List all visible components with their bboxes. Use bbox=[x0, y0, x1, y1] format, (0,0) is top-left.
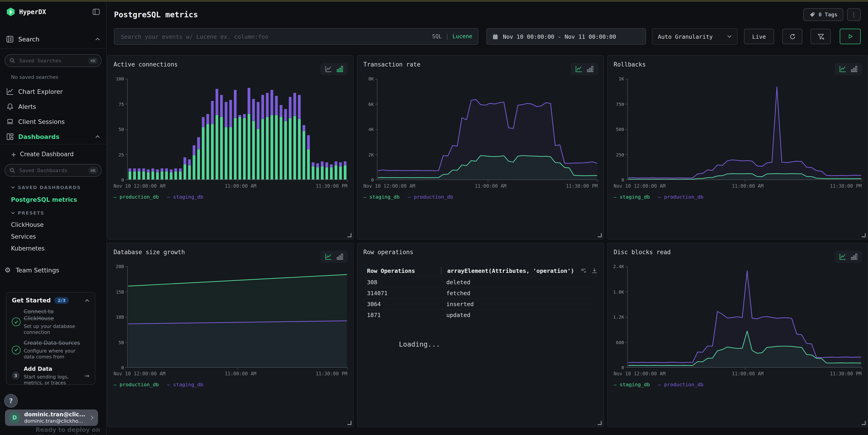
live-button[interactable]: Live bbox=[744, 29, 774, 44]
table-body: 308deleted314071fetched3064inserted1871u… bbox=[363, 276, 598, 320]
panel-transaction-rate: Transaction rate 02K4K6K8K Nov 10 12:00:… bbox=[357, 55, 604, 240]
legend-item[interactable]: — production_db bbox=[114, 194, 159, 200]
bar-chart-icon[interactable] bbox=[336, 253, 343, 260]
table-settings-icon[interactable] bbox=[580, 267, 587, 274]
filter-button[interactable] bbox=[811, 29, 831, 44]
download-icon[interactable] bbox=[591, 267, 598, 274]
legend-item[interactable]: — production_db bbox=[408, 194, 453, 200]
chart-type-toggle bbox=[835, 63, 862, 75]
tags-button[interactable]: 0 Tags bbox=[804, 8, 843, 21]
line-chart-icon[interactable] bbox=[839, 253, 846, 260]
resize-handle[interactable] bbox=[347, 233, 351, 237]
line-chart-icon[interactable] bbox=[325, 253, 332, 260]
presets-group[interactable]: PRESETS bbox=[11, 210, 106, 215]
step-number-badge: 3 bbox=[12, 372, 20, 379]
table-row[interactable]: 3064inserted bbox=[363, 298, 598, 309]
legend-item[interactable]: — staging_db bbox=[167, 194, 203, 200]
bar-chart-icon[interactable] bbox=[851, 66, 858, 72]
sql-mode-toggle[interactable]: SQL bbox=[432, 33, 442, 40]
panel-title: Disc blocks read bbox=[614, 249, 862, 256]
lucene-mode-toggle[interactable]: Lucene bbox=[453, 33, 472, 40]
y-axis-label: 5B bbox=[119, 340, 124, 345]
sidebar-item-clickhouse[interactable]: ClickHouse bbox=[11, 221, 106, 228]
y-axis-label: 1K bbox=[619, 76, 624, 81]
arrow-right-icon: → bbox=[84, 372, 89, 379]
run-query-button[interactable] bbox=[840, 29, 861, 44]
axis-tick bbox=[862, 180, 862, 182]
event-search-box[interactable]: SQL | Lucene bbox=[114, 28, 478, 45]
sidebar-collapse-icon[interactable] bbox=[93, 9, 100, 15]
gear-icon: ⚙ bbox=[5, 267, 11, 273]
get-started-step-connect[interactable]: Connect to ClickHouse Set up your databa… bbox=[12, 308, 89, 335]
legend-item[interactable]: — staging_db bbox=[167, 382, 203, 388]
line-chart-icon[interactable] bbox=[575, 66, 582, 72]
panel-menu-button[interactable]: ⋮ bbox=[847, 8, 861, 21]
line-chart-icon[interactable] bbox=[839, 66, 846, 72]
get-started-step-add-data[interactable]: 3 Add Data Start sending logs, metrics, … bbox=[12, 366, 89, 386]
legend-item[interactable]: — staging_db bbox=[614, 194, 650, 200]
chart-legend: — production_db— staging_db bbox=[114, 382, 347, 388]
create-dashboard-button[interactable]: + Create Dashboard bbox=[11, 151, 106, 158]
resize-handle[interactable] bbox=[347, 421, 351, 425]
granularity-select[interactable]: Auto Granularity bbox=[652, 28, 738, 45]
bar-chart-icon[interactable] bbox=[336, 66, 343, 72]
sidebar-item-alerts[interactable]: Alerts bbox=[6, 103, 100, 110]
legend-item[interactable]: — production_db bbox=[658, 382, 704, 388]
resize-handle[interactable] bbox=[862, 233, 866, 237]
legend-item[interactable]: — staging_db bbox=[363, 194, 400, 200]
y-axis-label: 1.8K bbox=[613, 289, 624, 294]
chevron-up-icon[interactable] bbox=[95, 38, 100, 40]
sidebar-item-search[interactable]: Search bbox=[6, 36, 100, 43]
time-range-picker[interactable]: Nov 10 00:00:00 - Nov 11 00:00:00 bbox=[487, 28, 646, 45]
chart-plot[interactable] bbox=[627, 79, 862, 180]
saved-dashboards-group[interactable]: SAVED DASHBOARDS bbox=[11, 185, 106, 190]
chevron-up-icon[interactable] bbox=[95, 135, 100, 138]
legend-item[interactable]: — production_db bbox=[114, 382, 159, 388]
sidebar-item-postgresql-metrics[interactable]: PostgreSQL metrics bbox=[11, 196, 106, 203]
sidebar-item-kubernetes[interactable]: Kubernetes bbox=[11, 245, 106, 252]
table-cell: 3064 bbox=[363, 301, 441, 307]
event-search-input[interactable] bbox=[120, 33, 432, 40]
chevron-up-icon[interactable] bbox=[85, 299, 89, 302]
sidebar-item-dashboards[interactable]: Dashboards bbox=[6, 133, 100, 140]
axis-tick bbox=[862, 368, 862, 369]
saved-dashboards-input[interactable]: ⌘K bbox=[5, 164, 102, 177]
chart-plot[interactable] bbox=[127, 79, 347, 180]
table-column-header[interactable]: arrayElement(Attributes, 'operation') bbox=[441, 267, 577, 274]
table-row[interactable]: 314071fetched bbox=[363, 288, 598, 298]
user-email: dominic.tran@clickho... bbox=[24, 418, 85, 424]
line-chart-icon[interactable] bbox=[325, 66, 332, 72]
resize-handle[interactable] bbox=[862, 421, 866, 425]
resize-handle[interactable] bbox=[598, 421, 602, 425]
bar-chart-icon[interactable] bbox=[587, 66, 594, 72]
y-axis-label: 4K bbox=[368, 127, 374, 132]
sidebar-item-client-sessions[interactable]: Client Sessions bbox=[6, 118, 100, 125]
bar-chart-icon[interactable] bbox=[851, 253, 858, 260]
saved-searches-input[interactable]: ⌘K bbox=[5, 54, 102, 67]
app-name: HyperDX bbox=[19, 8, 46, 15]
chart-plot[interactable] bbox=[377, 79, 598, 180]
window-top-strip bbox=[0, 0, 868, 2]
user-menu[interactable]: D dominic.tran@clic... dominic.tran@clic… bbox=[5, 409, 98, 426]
sidebar-item-team-settings[interactable]: ⚙ Team Settings bbox=[5, 266, 100, 274]
table-row[interactable]: 308deleted bbox=[363, 276, 598, 288]
search-icon bbox=[9, 168, 15, 173]
legend-item[interactable]: — production_db bbox=[658, 194, 704, 200]
saved-dashboards-field[interactable] bbox=[18, 167, 88, 174]
table-row[interactable]: 1871updated bbox=[363, 309, 598, 320]
chart-plot[interactable] bbox=[127, 266, 347, 368]
axis-tick bbox=[347, 180, 348, 182]
help-button[interactable]: ? bbox=[4, 394, 18, 408]
resize-handle[interactable] bbox=[598, 233, 602, 237]
y-axis-label: 600 bbox=[616, 340, 624, 345]
refresh-button[interactable] bbox=[782, 29, 802, 44]
chart-plot[interactable] bbox=[627, 266, 862, 368]
bell-icon bbox=[6, 103, 14, 110]
sidebar-item-chart-explorer[interactable]: Chart Explorer bbox=[6, 88, 100, 95]
y-axis-label: 6K bbox=[368, 102, 374, 107]
sidebar-item-services[interactable]: Services bbox=[11, 233, 106, 240]
saved-searches-field[interactable] bbox=[18, 57, 88, 64]
get-started-step-sources[interactable]: Create Data Sources Configure where your… bbox=[12, 340, 89, 360]
table-column-header[interactable]: Row Operations bbox=[363, 267, 441, 274]
legend-item[interactable]: — staging_db bbox=[614, 382, 650, 388]
